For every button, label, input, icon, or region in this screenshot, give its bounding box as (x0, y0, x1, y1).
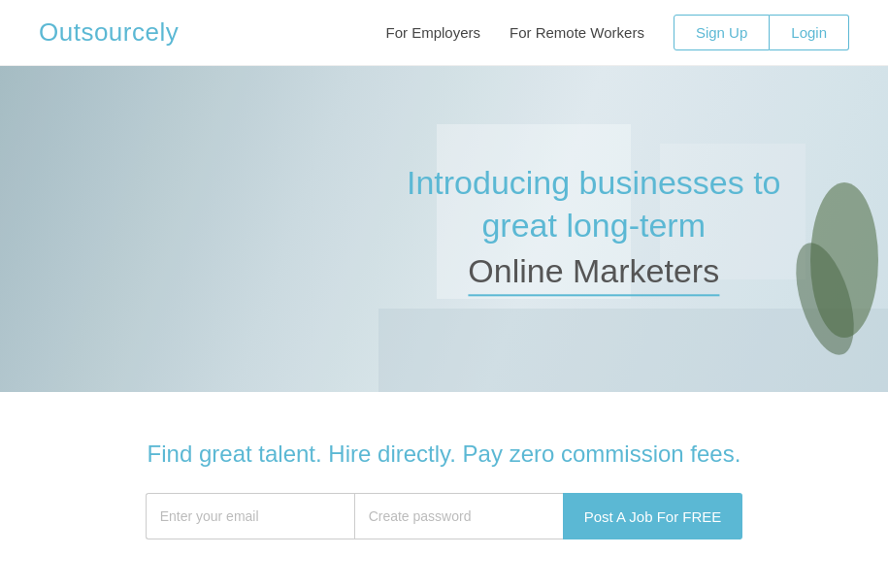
hero-subtitle: Online Marketers (468, 253, 719, 297)
post-job-button[interactable]: Post A Job For FREE (563, 493, 743, 539)
bottom-section: Find great talent. Hire directly. Pay ze… (0, 392, 888, 588)
nav-for-employers[interactable]: For Employers (385, 24, 480, 41)
password-input[interactable] (354, 493, 563, 539)
signup-button[interactable]: Sign Up (674, 15, 770, 50)
nav-for-remote-workers[interactable]: For Remote Workers (510, 24, 644, 41)
email-input[interactable] (146, 493, 354, 539)
hero-subtitle-plain: Online (468, 253, 573, 290)
tagline: Find great talent. Hire directly. Pay ze… (148, 441, 741, 468)
hero-section: Introducing businesses to great long-ter… (0, 66, 888, 392)
hero-content: Introducing businesses to great long-ter… (407, 161, 781, 296)
logo[interactable]: Outsourcely (39, 17, 179, 48)
hero-subtitle-bold: Marketers (573, 253, 719, 290)
login-button[interactable]: Login (770, 15, 849, 50)
site-header: Outsourcely For Employers For Remote Wor… (0, 0, 888, 66)
cta-form: Post A Job For FREE (146, 493, 743, 539)
hero-title-line1: Introducing businesses to great long-ter… (407, 161, 781, 246)
main-nav: For Employers For Remote Workers (385, 24, 643, 41)
header-buttons: Sign Up Login (674, 15, 849, 50)
